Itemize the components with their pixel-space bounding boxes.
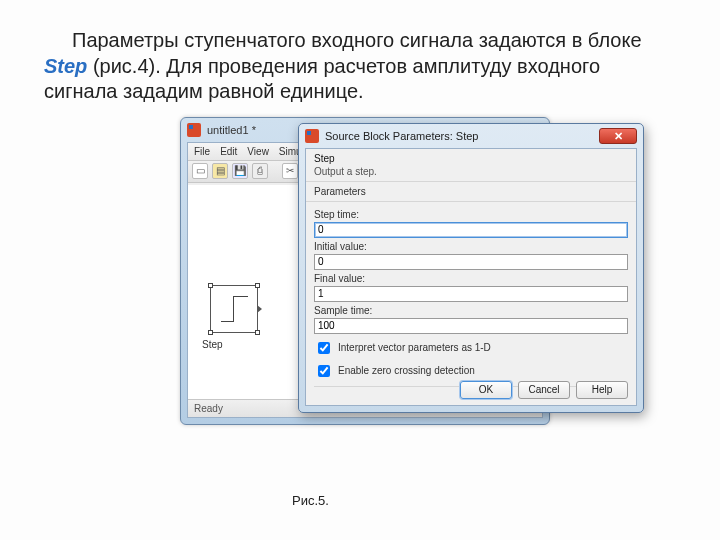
resize-handle-icon[interactable] <box>255 283 260 288</box>
ok-button[interactable]: OK <box>460 381 512 399</box>
checkbox-zero-crossing[interactable]: Enable zero crossing detection <box>314 362 628 380</box>
description-paragraph: Параметры ступенчатого входного сигнала … <box>0 0 720 117</box>
field-initial-value: Initial value: <box>314 241 628 270</box>
desc-step-word: Step <box>44 55 87 77</box>
cut-icon[interactable]: ✂ <box>282 163 298 179</box>
status-text: Ready <box>194 403 223 414</box>
step-time-label: Step time: <box>314 209 628 220</box>
menu-file[interactable]: File <box>194 146 210 157</box>
step-block-label: Step <box>202 339 223 350</box>
dialog-titlebar[interactable]: Source Block Parameters: Step ✕ <box>299 124 643 148</box>
window-title: untitled1 * <box>207 124 256 136</box>
dialog-button-row: OK Cancel Help <box>460 381 628 399</box>
figure-area: untitled1 * — ▫ × File Edit View Simulat… <box>180 117 648 425</box>
open-icon[interactable]: ▤ <box>212 163 228 179</box>
step-block[interactable] <box>210 285 258 333</box>
field-final-value: Final value: <box>314 273 628 302</box>
menu-view[interactable]: View <box>247 146 269 157</box>
dialog-title: Source Block Parameters: Step <box>325 130 478 142</box>
sample-time-label: Sample time: <box>314 305 628 316</box>
desc-prefix: Параметры ступенчатого входного сигнала … <box>72 29 642 51</box>
figure-caption: Рис.5. <box>292 494 352 509</box>
resize-handle-icon[interactable] <box>208 330 213 335</box>
zero-crossing-checkbox[interactable] <box>318 365 330 377</box>
interpret-vector-label: Interpret vector parameters as 1-D <box>338 342 491 353</box>
output-port-icon[interactable] <box>257 305 262 313</box>
checkbox-interpret-vector[interactable]: Interpret vector parameters as 1-D <box>314 339 628 357</box>
save-icon[interactable]: 💾 <box>232 163 248 179</box>
desc-suffix: (рис.4). Для проведения расчетов амплиту… <box>44 55 600 103</box>
app-icon <box>187 123 201 137</box>
sample-time-input[interactable] <box>314 318 628 334</box>
step-time-input[interactable] <box>314 222 628 238</box>
dialog-section-header: Step Output a step. <box>306 149 636 182</box>
section-subtitle: Output a step. <box>314 166 628 177</box>
dialog-body: Step Output a step. Parameters Step time… <box>305 148 637 406</box>
new-icon[interactable]: ▭ <box>192 163 208 179</box>
print-icon[interactable]: ⎙ <box>252 163 268 179</box>
dialog-app-icon <box>305 129 319 143</box>
field-sample-time: Sample time: <box>314 305 628 334</box>
block-parameters-dialog: Source Block Parameters: Step ✕ Step Out… <box>298 123 644 413</box>
zero-crossing-label: Enable zero crossing detection <box>338 365 475 376</box>
resize-handle-icon[interactable] <box>208 283 213 288</box>
final-value-label: Final value: <box>314 273 628 284</box>
help-button[interactable]: Help <box>576 381 628 399</box>
menu-edit[interactable]: Edit <box>220 146 237 157</box>
dialog-close-button[interactable]: ✕ <box>599 128 637 144</box>
initial-value-label: Initial value: <box>314 241 628 252</box>
cancel-button[interactable]: Cancel <box>518 381 570 399</box>
parameters-header: Parameters <box>306 182 636 202</box>
initial-value-input[interactable] <box>314 254 628 270</box>
interpret-vector-checkbox[interactable] <box>318 342 330 354</box>
final-value-input[interactable] <box>314 286 628 302</box>
section-title: Step <box>314 153 628 164</box>
resize-handle-icon[interactable] <box>255 330 260 335</box>
parameters-label: Parameters <box>314 186 366 197</box>
field-step-time: Step time: <box>314 209 628 238</box>
